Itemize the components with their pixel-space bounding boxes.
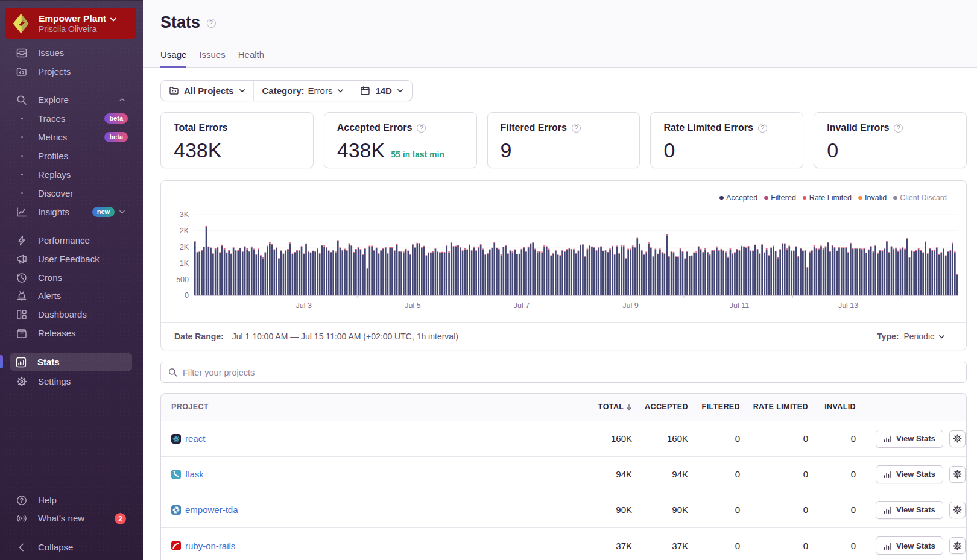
svg-text:Jul 11: Jul 11 — [730, 301, 749, 310]
svg-text:3K: 3K — [180, 210, 189, 219]
svg-text:1K: 1K — [180, 259, 189, 268]
svg-text:Jul 5: Jul 5 — [405, 301, 420, 310]
svg-text:500: 500 — [176, 275, 189, 284]
svg-text:0: 0 — [185, 291, 189, 300]
svg-text:Jul 7: Jul 7 — [514, 301, 530, 310]
svg-text:2K: 2K — [180, 227, 189, 235]
svg-text:Jul 13: Jul 13 — [838, 301, 858, 310]
svg-text:2K: 2K — [180, 243, 189, 251]
svg-text:Jul 9: Jul 9 — [622, 301, 638, 310]
svg-text:Jul 3: Jul 3 — [296, 301, 312, 310]
